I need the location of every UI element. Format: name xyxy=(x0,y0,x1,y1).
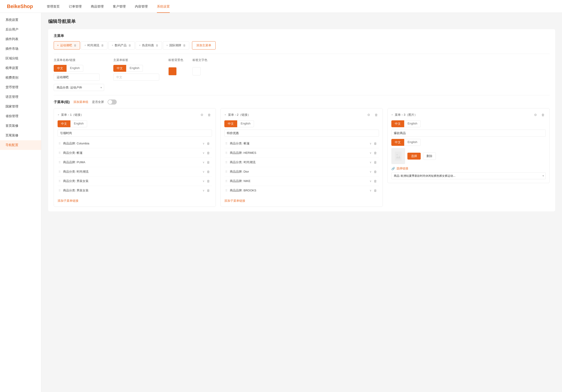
chevron-down-icon-0-4[interactable]: ∨ xyxy=(202,179,205,183)
tag-text-color-swatch[interactable] xyxy=(192,67,201,75)
col-2-lang-tab-zh[interactable]: 中文 xyxy=(391,120,404,127)
name-lang-tab-zh[interactable]: 中文 xyxy=(54,65,67,72)
col-2-select-wrap: 商品: 欧洲站夏季新款时尚休闲短裤热裤女裤运动... ▾ xyxy=(391,172,546,179)
chevron-down-icon-1-1[interactable]: ∨ xyxy=(370,151,372,155)
add-sub-link-0[interactable]: 添加子菜单链接 xyxy=(58,197,79,203)
col-0-lang-tab-en[interactable]: English xyxy=(70,120,87,127)
sidebar-item-region-group[interactable]: 区域分组 xyxy=(0,54,41,63)
sidebar-item-tax-type[interactable]: 税费类别 xyxy=(0,73,41,82)
col-1-input[interactable] xyxy=(224,130,379,137)
chevron-down-icon-0-0[interactable]: ∨ xyxy=(202,142,205,145)
col-2-input[interactable] xyxy=(391,130,546,137)
col-2-img-lang-tab-en[interactable]: English xyxy=(404,139,421,146)
sidebar-item-footer-decor[interactable]: 页尾装修 xyxy=(0,131,41,140)
chevron-down-icon-1-5[interactable]: ∨ xyxy=(370,189,372,192)
col-2-delete-button[interactable]: 🗑 xyxy=(540,112,546,118)
menu-tab-1[interactable]: + 时尚潮流 🗑 xyxy=(81,41,107,49)
delete-tab-icon-1[interactable]: 🗑 xyxy=(101,44,104,47)
sidebar-item-system-settings[interactable]: 系统设置 xyxy=(0,15,41,25)
list-item-0-0: ⠿ 商品品牌: Columbia ∨ 🗑 xyxy=(58,139,212,148)
list-item-0-3: ⠿ 商品分类: 时尚潮流 ∨ 🗑 xyxy=(58,167,212,177)
chevron-down-icon-1-4[interactable]: ∨ xyxy=(370,179,372,183)
delete-tab-icon-4[interactable]: 🗑 xyxy=(183,44,186,47)
list-item-text-1-3: 商品品牌: Dior xyxy=(230,170,368,174)
name-input[interactable] xyxy=(54,74,100,81)
sub-menu-columns: + 菜单－1（链接） ⚙ 🗑 中文 English xyxy=(54,108,550,207)
chevron-down-icon-1-3[interactable]: ∨ xyxy=(370,170,372,173)
tag-label: 主菜单标签 xyxy=(113,58,159,62)
name-lang-tab-en[interactable]: English xyxy=(67,65,83,72)
chevron-down-icon-0-1[interactable]: ∨ xyxy=(202,151,205,155)
category-select[interactable]: 商品分类: 运动户外 xyxy=(54,84,104,91)
nav-item-settings[interactable]: 系统设置 xyxy=(152,0,174,13)
delete-image-button[interactable]: 删除 xyxy=(423,152,436,160)
nav-item-orders[interactable]: 订单管理 xyxy=(64,0,86,13)
sidebar-item-country[interactable]: 国家管理 xyxy=(0,102,41,112)
col-1-lang-tab-en[interactable]: English xyxy=(237,120,254,127)
nav-item-home[interactable]: 管理首页 xyxy=(42,0,64,13)
tag-text-group: 标签文字色 xyxy=(192,58,207,75)
delete-item-1-3-button[interactable]: 🗑 xyxy=(373,169,378,174)
chevron-down-icon-0-5[interactable]: ∨ xyxy=(202,189,205,192)
col-2-lang-tab-en[interactable]: English xyxy=(404,120,421,127)
tag-lang-tab-zh[interactable]: 中文 xyxy=(113,65,126,72)
col-0-delete-button[interactable]: 🗑 xyxy=(206,112,212,118)
menu-tab-2[interactable]: + 数码产品 🗑 xyxy=(108,41,135,49)
delete-tab-icon-3[interactable]: 🗑 xyxy=(156,44,159,47)
sidebar-item-plugin-market[interactable]: 插件市场 xyxy=(0,44,41,54)
col-1-lang-tab-zh[interactable]: 中文 xyxy=(224,120,237,127)
delete-item-0-0-button[interactable]: 🗑 xyxy=(206,141,211,146)
col-2-img-lang-tab-zh[interactable]: 中文 xyxy=(391,139,404,146)
delete-item-1-4-button[interactable]: 🗑 xyxy=(373,178,378,184)
sidebar-item-tax-rate[interactable]: 税率设置 xyxy=(0,63,41,73)
delete-item-0-3-button[interactable]: 🗑 xyxy=(206,169,211,174)
delete-item-1-1-button[interactable]: 🗑 xyxy=(373,150,378,156)
col-2-gear-button[interactable]: ⚙ xyxy=(533,112,538,118)
chevron-down-icon-0-3[interactable]: ∨ xyxy=(202,170,205,173)
sidebar-item-admin-users[interactable]: 后台用户 xyxy=(0,25,41,34)
sidebar-item-nav-config[interactable]: 导航配置 xyxy=(0,140,41,150)
tag-input[interactable] xyxy=(113,74,159,81)
sidebar-item-currency[interactable]: 货币管理 xyxy=(0,82,41,92)
tag-lang-tab-en[interactable]: English xyxy=(126,65,143,72)
tag-bg-color-swatch[interactable] xyxy=(168,67,177,75)
col-1-gear-button[interactable]: ⚙ xyxy=(366,112,372,118)
delete-tab-icon-0[interactable]: 🗑 xyxy=(74,44,77,47)
tag-lang-tabs: 中文 English xyxy=(113,65,159,72)
col-2-product-select[interactable]: 商品: 欧洲站夏季新款时尚休闲短裤热裤女裤运动... xyxy=(391,172,546,179)
col-0-input[interactable] xyxy=(58,130,212,137)
nav-item-products[interactable]: 商品管理 xyxy=(86,0,108,13)
chevron-down-icon-0-2[interactable]: ∨ xyxy=(202,161,205,164)
delete-item-0-5-button[interactable]: 🗑 xyxy=(206,188,211,193)
add-group-link[interactable]: 添加菜单组 xyxy=(73,100,88,104)
chevron-down-icon-1-2[interactable]: ∨ xyxy=(370,161,372,164)
delete-item-0-1-button[interactable]: 🗑 xyxy=(206,150,211,156)
select-image-button[interactable]: 选择 xyxy=(407,153,421,159)
fullscreen-toggle[interactable] xyxy=(108,100,117,104)
sidebar-item-province[interactable]: 省份管理 xyxy=(0,112,41,121)
col-0-lang-tab-zh[interactable]: 中文 xyxy=(58,120,70,127)
menu-tab-4[interactable]: + 国际潮牌 🗑 xyxy=(163,41,189,49)
col-1-delete-button[interactable]: 🗑 xyxy=(374,112,379,118)
delete-item-0-2-button[interactable]: 🗑 xyxy=(206,159,211,165)
menu-tab-0[interactable]: + 运动潮吧 🗑 xyxy=(54,41,80,49)
delete-item-1-0-button[interactable]: 🗑 xyxy=(373,141,378,146)
sidebar-item-home-decor[interactable]: 首页装修 xyxy=(0,121,41,131)
nav-item-content[interactable]: 内容管理 xyxy=(130,0,152,13)
sidebar-item-language[interactable]: 语言管理 xyxy=(0,92,41,102)
col-0-actions: ⚙ 🗑 xyxy=(199,112,212,118)
add-sub-link-1[interactable]: 添加子菜单链接 xyxy=(224,197,245,203)
select-link-row[interactable]: 🔗 选择链接 xyxy=(391,167,546,170)
delete-tab-icon-2[interactable]: 🗑 xyxy=(129,44,131,47)
chevron-down-icon-1-0[interactable]: ∨ xyxy=(370,142,372,145)
col-0-gear-button[interactable]: ⚙ xyxy=(199,112,205,118)
sidebar-item-plugin-list[interactable]: 插件列表 xyxy=(0,34,41,44)
menu-tab-3[interactable]: + 热卖特惠 🗑 xyxy=(136,41,162,49)
add-main-menu-button[interactable]: 添加主菜单 xyxy=(192,41,216,49)
nav-item-customers[interactable]: 客户管理 xyxy=(108,0,130,13)
delete-item-0-4-button[interactable]: 🗑 xyxy=(206,178,211,184)
delete-item-1-2-button[interactable]: 🗑 xyxy=(373,159,378,165)
name-link-group: 主菜单名称/链接 中文 English 商品分类: 运动户外 ▾ xyxy=(54,58,104,91)
col-1-header: + 菜单－2（链接） ⚙ 🗑 xyxy=(224,112,379,118)
delete-item-1-5-button[interactable]: 🗑 xyxy=(373,188,378,193)
